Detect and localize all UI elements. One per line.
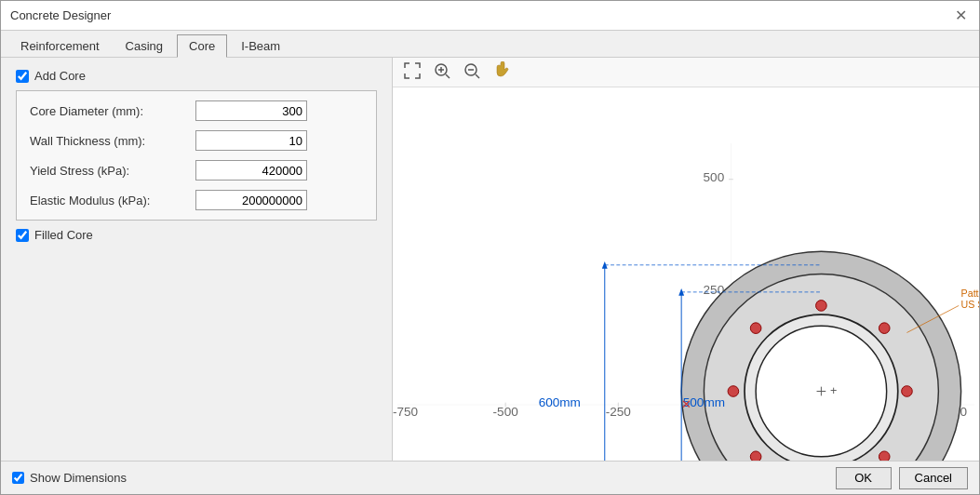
bottom-bar-right: OK Cancel [836,467,968,489]
bottom-bar-left: Show Dimensions [12,471,127,485]
zoom-in-button[interactable] [430,60,454,85]
ok-button[interactable]: OK [836,467,892,489]
svg-text:+: + [830,384,837,397]
filled-core-checkbox[interactable] [16,229,29,242]
tab-casing[interactable]: Casing [114,34,175,57]
svg-text:US Std. #10: US Std. #10 [961,299,979,310]
add-core-label: Add Core [34,69,86,83]
left-panel: Add Core Core Diameter (mm): Wall Thickn… [1,58,392,461]
core-diameter-row: Core Diameter (mm): [30,100,363,121]
add-core-row: Add Core [16,69,377,83]
wall-thickness-input[interactable] [195,130,307,151]
svg-line-5 [476,74,479,78]
canvas-area[interactable]: 500 250 -250 -500 -500 -250 250 500 [393,87,979,461]
show-dimensions-checkbox[interactable] [12,472,24,484]
yield-stress-label: Yield Stress (kPa): [30,164,188,178]
filled-core-label: Filled Core [34,228,93,242]
canvas-toolbar [393,58,979,87]
tab-reinforcement[interactable]: Reinforcement [8,34,112,57]
tab-ibeam[interactable]: I-Beam [229,34,292,57]
elastic-modulus-input[interactable] [195,190,307,210]
elastic-modulus-label: Elastic Modulus (kPa): [30,194,188,207]
svg-line-1 [446,74,450,78]
add-core-checkbox[interactable] [16,70,29,83]
zoom-out-button[interactable] [460,60,484,85]
svg-point-33 [816,301,827,312]
svg-point-34 [879,323,890,334]
form-box: Core Diameter (mm): Wall Thickness (mm):… [16,90,377,221]
filled-core-row: Filled Core [16,228,377,242]
wall-thickness-row: Wall Thickness (mm): [30,130,363,151]
svg-text:-750: -750 [393,405,418,419]
title-bar: Concrete Designer ✕ [1,1,979,31]
show-dimensions-label: Show Dimensions [30,471,127,485]
bottom-bar: Show Dimensions OK Cancel [1,461,979,494]
fit-view-button[interactable] [400,60,424,85]
svg-text:-500: -500 [493,405,518,419]
elastic-modulus-row: Elastic Modulus (kPa): [30,190,363,210]
svg-text:Pattern 1: Pattern 1 [961,288,979,299]
tabs-bar: Reinforcement Casing Core I-Beam [1,31,979,58]
core-diameter-input[interactable] [195,100,307,121]
wall-thickness-label: Wall Thickness (mm): [30,134,188,148]
dialog-title: Concrete Designer [10,8,111,22]
svg-point-40 [750,323,761,334]
right-panel: 500 250 -250 -500 -500 -250 250 500 [392,58,979,461]
svg-text:500: 500 [704,170,725,184]
close-button[interactable]: ✕ [951,7,970,25]
dialog: Concrete Designer ✕ Reinforcement Casing… [0,0,980,495]
yield-stress-row: Yield Stress (kPa): [30,160,363,181]
tab-core[interactable]: Core [177,34,227,58]
svg-point-35 [902,386,913,397]
core-diameter-label: Core Diameter (mm): [30,104,188,118]
svg-point-36 [879,451,890,461]
yield-stress-input[interactable] [195,160,307,181]
pan-button[interactable] [490,60,516,86]
svg-point-39 [728,386,739,397]
main-content: Add Core Core Diameter (mm): Wall Thickn… [1,58,979,461]
svg-text:600mm: 600mm [539,395,581,409]
svg-text:✕: ✕ [681,398,691,411]
svg-point-38 [750,451,761,461]
cancel-button[interactable]: Cancel [899,467,968,489]
svg-text:-250: -250 [606,405,631,419]
